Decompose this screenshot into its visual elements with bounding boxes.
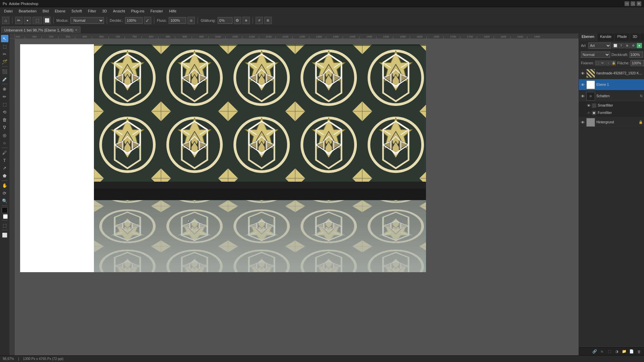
tab-ebenen[interactable]: Ebenen — [579, 34, 597, 41]
menu-bearbeiten[interactable]: Bearbeiten — [16, 8, 39, 14]
flache-input[interactable] — [631, 60, 644, 66]
doc-tab-bar: Unbenannt-1 bei 98,7% (Ebene 1, RGB/8) ✕ — [0, 26, 644, 34]
tool-bg-color[interactable] — [3, 214, 8, 219]
tool-magic-wand[interactable]: 🪄 — [1, 58, 8, 65]
layer-eye-hintergrund[interactable]: 👁 — [580, 120, 585, 125]
layers-filter-toggle[interactable]: ● — [637, 43, 642, 48]
modus-select[interactable]: Normal Auflösen Abdunkeln — [70, 17, 104, 24]
svg-text:1000: 1000 — [215, 35, 221, 38]
brush-type-icon[interactable]: ⬚ — [33, 17, 42, 24]
tool-move[interactable]: ↖ — [1, 35, 8, 42]
tool-rotate-view[interactable]: ⟳ — [1, 189, 8, 197]
fix-icon-4[interactable]: 🔒 — [611, 61, 616, 65]
tool-select-rect[interactable]: ⬚ — [1, 43, 8, 50]
tool-shape[interactable]: ⬟ — [1, 172, 8, 179]
layer-eye-ebene1[interactable]: 👁 — [580, 82, 585, 87]
tool-eyedropper[interactable]: 💉 — [1, 75, 8, 83]
close-button[interactable]: ✕ — [637, 1, 641, 6]
layer-thumb-schatten: ▦ — [586, 92, 595, 101]
tool-screen-mode[interactable]: ⬜ — [1, 231, 8, 239]
layer-eye-smartfilter[interactable]: 👁 — [587, 103, 590, 108]
layer-item-ebene1[interactable]: 👁 Ebene 1 — [579, 79, 644, 90]
fix-icon-1[interactable]: ⬚ — [595, 61, 600, 65]
layers-bottom-group-icon[interactable]: 📁 — [621, 349, 627, 355]
tool-crop[interactable]: ⬛ — [1, 68, 8, 75]
layer-eye-schatten[interactable]: 👁 — [580, 94, 585, 99]
deckkraft-input[interactable] — [630, 52, 643, 58]
fluss-icon[interactable]: ◎ — [187, 17, 195, 24]
menu-fenster[interactable]: Fenster — [148, 8, 166, 14]
symmetry-icon[interactable]: ⊞ — [264, 17, 272, 24]
layers-bottom-mask-icon[interactable]: ⬚ — [606, 349, 612, 355]
tool-gradient[interactable]: ∇ — [1, 124, 8, 131]
menu-plugins[interactable]: Plug-ins — [128, 8, 147, 14]
tool-fg-color[interactable] — [2, 207, 8, 213]
layers-filter-icon-3[interactable]: ⊕ — [625, 43, 630, 48]
tool-blur[interactable]: ◎ — [1, 131, 8, 139]
tool-dodge[interactable]: ○ — [1, 139, 8, 146]
tool-brush[interactable]: ✏ — [1, 93, 8, 100]
fluss-input[interactable] — [169, 17, 186, 24]
layer-item-hintergrund[interactable]: 👁 Hintergrund 🔒 — [579, 117, 644, 128]
tool-eraser[interactable]: 🗑 — [1, 116, 8, 123]
tool-path-select[interactable]: ↗ — [1, 164, 8, 172]
fix-icon-2[interactable]: ✏ — [600, 61, 605, 65]
tool-hand[interactable]: ✋ — [1, 182, 8, 189]
tool-heal[interactable]: ⊕ — [1, 85, 8, 93]
layers-bottom-delete-icon[interactable]: 🗑 — [636, 349, 642, 355]
menu-3d[interactable]: 3D — [100, 8, 110, 14]
glattung-input[interactable] — [218, 17, 232, 24]
fluss-label: Fluss: — [157, 18, 167, 22]
tab-3d[interactable]: 3D — [630, 34, 640, 41]
tool-quick-mask[interactable]: ⬚ — [1, 222, 8, 229]
fix-icon-3[interactable]: ↕ — [606, 61, 610, 65]
deckkraft-label: Deckkraft: — [611, 53, 628, 57]
menu-schrift[interactable]: Schrift — [69, 8, 85, 14]
doc-tab-close[interactable]: ✕ — [75, 28, 77, 32]
layers-filter-icon-4[interactable]: ⚙ — [631, 43, 636, 48]
maximize-button[interactable]: □ — [631, 1, 635, 6]
layer-item-copy[interactable]: 👁 handmade-4926872_1920 Kopie — [579, 68, 644, 79]
deckkraft-pen-icon[interactable]: 🖊 — [144, 17, 151, 24]
minimize-button[interactable]: — — [625, 1, 629, 6]
layers-bottom-adj-icon[interactable]: ◑ — [614, 349, 620, 355]
menu-bild[interactable]: Bild — [40, 8, 51, 14]
canvas-image[interactable] — [94, 44, 426, 272]
svg-text:1850: 1850 — [500, 35, 506, 38]
layers-filter-icon-2[interactable]: T — [619, 43, 624, 48]
glattung-gear-icon[interactable]: ⚙ — [234, 17, 241, 24]
menu-datei[interactable]: Datei — [1, 8, 15, 14]
tool-lasso[interactable]: ✂ — [1, 50, 8, 58]
layer-eye-copy[interactable]: 👁 — [580, 71, 585, 76]
layers-mode-select[interactable]: Normal Auflösen Abdunkeln Multiplizieren — [581, 52, 610, 58]
tool-text[interactable]: T — [1, 157, 8, 164]
tool-clone[interactable]: ⬚ — [1, 101, 8, 108]
layers-bottom-new-icon[interactable]: 📄 — [629, 349, 635, 355]
tool-zoom[interactable]: 🔍 — [1, 197, 8, 204]
doc-tab[interactable]: Unbenannt-1 bei 98,7% (Ebene 1, RGB/8) ✕ — [1, 26, 80, 33]
menu-filter[interactable]: Filter — [85, 8, 99, 14]
tool-home-icon[interactable]: ⌂ — [2, 17, 9, 24]
layer-eye-formfilter[interactable]: 👁 — [587, 111, 590, 115]
brush-tool-icon[interactable]: ✏ — [15, 17, 22, 24]
menu-hilfe[interactable]: Hilfe — [166, 8, 179, 14]
layer-item-smartfilter[interactable]: 👁 ⬚ Smartfilter — [579, 102, 644, 109]
layers-filter-icon-1[interactable]: ⬜ — [612, 43, 618, 48]
tool-pen[interactable]: 🖊 — [1, 149, 8, 156]
brush-options-icon[interactable]: ⬜ — [43, 17, 51, 24]
brush-size-icon[interactable]: ● — [24, 17, 31, 24]
layers-bottom-link-icon[interactable]: 🔗 — [592, 349, 598, 355]
menu-ansicht[interactable]: Ansicht — [110, 8, 128, 14]
layer-item-schatten[interactable]: 👁 ▦ Schatten fx — [579, 90, 644, 102]
pressure-icon[interactable]: ↺ — [256, 17, 263, 24]
menu-bar: Datei Bearbeiten Bild Ebene Schrift Filt… — [0, 7, 644, 15]
tab-kanaele[interactable]: Kanäle — [597, 34, 614, 41]
layers-filter-select[interactable]: Art — [588, 43, 611, 49]
tool-history[interactable]: ⟲ — [1, 108, 8, 116]
tab-pfade[interactable]: Pfade — [614, 34, 630, 41]
glattung-plus-icon[interactable]: ⊕ — [243, 17, 250, 24]
layers-bottom-fx-icon[interactable]: fx — [599, 349, 605, 355]
layer-item-formfilter[interactable]: 👁 ⬟ Formfilter — [579, 109, 644, 117]
deckkraft-input[interactable] — [125, 17, 143, 24]
menu-ebene[interactable]: Ebene — [52, 8, 68, 14]
